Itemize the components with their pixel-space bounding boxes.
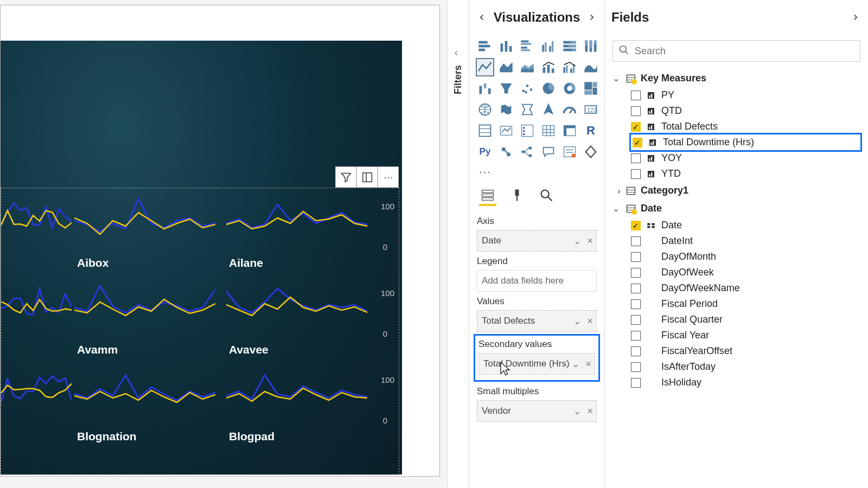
field-yoy[interactable]: YOY <box>605 150 868 166</box>
chevron-down-icon[interactable]: ⌄ <box>573 316 581 327</box>
secondary-values-well[interactable]: Total Downtime (Hrs) ⌄ × <box>478 353 595 375</box>
decomposition-tree-icon[interactable] <box>518 143 537 161</box>
field-dayofmonth[interactable]: DayOfMonth <box>605 249 868 265</box>
visual-filter-icon[interactable] <box>335 166 356 188</box>
gauge-icon[interactable] <box>560 100 579 119</box>
field-isholiday[interactable]: IsHoliday <box>605 375 868 390</box>
qa-visual-icon[interactable] <box>539 143 558 161</box>
fields-search-input[interactable] <box>635 46 854 57</box>
chevron-down-icon[interactable]: ⌄ <box>573 235 581 247</box>
axis-well[interactable]: Date ⌄ × <box>477 230 597 252</box>
stacked-area-icon[interactable] <box>518 58 537 76</box>
fields-pane-collapse-icon[interactable] <box>850 11 861 23</box>
small-multiples-visual[interactable]: Aibox 1000Ailane Avamm 1000Avavee Blogna… <box>1 188 399 475</box>
pie-icon[interactable] <box>539 79 558 98</box>
remove-field-icon[interactable]: × <box>587 235 593 247</box>
viz-pane-collapse-left-icon[interactable] <box>476 11 488 23</box>
field-dayofweek[interactable]: DayOfWeek <box>605 265 868 280</box>
slicer-icon[interactable] <box>518 121 537 140</box>
smart-narrative-icon[interactable] <box>560 143 579 161</box>
chevron-down-icon[interactable]: ⌄ <box>572 358 579 370</box>
checkbox[interactable] <box>631 362 641 372</box>
fields-tab-icon[interactable] <box>479 185 496 205</box>
checkbox[interactable] <box>631 315 641 325</box>
viz-pane-collapse-right-icon[interactable] <box>586 11 598 23</box>
field-total-defects[interactable]: ✓ Total Defects <box>605 119 868 134</box>
chevron-down-icon[interactable]: ⌄ <box>573 406 581 417</box>
ribbon-chart-icon[interactable] <box>582 58 600 76</box>
map-icon[interactable] <box>476 100 494 119</box>
fields-search[interactable] <box>612 40 860 62</box>
field-fiscal-year[interactable]: Fiscal Year <box>605 328 868 343</box>
clustered-bar-icon[interactable] <box>518 37 537 55</box>
visual-gallery-more-icon[interactable]: ··· <box>469 163 604 180</box>
kpi-icon[interactable] <box>497 121 515 140</box>
matrix-icon[interactable] <box>560 121 579 140</box>
remove-field-icon[interactable]: × <box>587 406 593 417</box>
field-fiscal-quarter[interactable]: Fiscal Quarter <box>605 312 868 328</box>
funnel-icon[interactable] <box>497 79 515 98</box>
paginated-report-icon[interactable] <box>582 143 600 161</box>
field-date[interactable]: ✓ Date <box>605 217 868 233</box>
field-dayofweekname[interactable]: DayOfWeekName <box>605 280 868 296</box>
checkbox[interactable] <box>631 299 641 309</box>
treemap-icon[interactable] <box>582 79 600 98</box>
area-chart-icon[interactable] <box>497 58 515 76</box>
analytics-tab-icon[interactable] <box>538 185 555 205</box>
checkbox[interactable]: ✓ <box>631 122 641 132</box>
checkbox[interactable] <box>631 346 641 356</box>
checkbox[interactable] <box>631 91 641 100</box>
report-canvas[interactable]: ⋯ Aibox 1000Ailane Avamm 1000Avavee Blog… <box>0 0 448 488</box>
scatter-icon[interactable] <box>518 79 537 98</box>
line-stacked-column-icon[interactable] <box>539 58 558 76</box>
checkbox[interactable]: ✓ <box>631 221 641 230</box>
group-category1[interactable]: ⌄ Category1 <box>605 182 868 200</box>
group-date[interactable]: ⌄ Date <box>605 200 868 217</box>
checkbox[interactable] <box>631 252 641 262</box>
format-tab-icon[interactable] <box>508 185 526 205</box>
hundred-stacked-bar-icon[interactable] <box>560 37 579 55</box>
filled-map-icon[interactable] <box>497 100 515 119</box>
shape-map-icon[interactable] <box>518 100 537 119</box>
line-chart-icon[interactable] <box>476 58 494 76</box>
checkbox[interactable] <box>631 236 641 246</box>
field-isaftertoday[interactable]: IsAfterToday <box>605 359 868 375</box>
visual-more-icon[interactable]: ⋯ <box>378 166 399 188</box>
python-visual-icon[interactable]: Py <box>476 143 494 161</box>
multi-card-icon[interactable] <box>476 121 494 140</box>
remove-field-icon[interactable]: × <box>585 358 591 370</box>
field-total-downtime-hrs-[interactable]: ✓ Total Downtime (Hrs) <box>629 133 862 152</box>
filters-expand-icon[interactable] <box>454 49 463 60</box>
checkbox[interactable] <box>631 153 641 163</box>
filters-pane-collapsed[interactable]: Filters <box>448 0 469 488</box>
checkbox[interactable] <box>631 169 641 179</box>
azure-map-icon[interactable] <box>539 100 558 119</box>
checkbox[interactable] <box>631 331 641 341</box>
field-dateint[interactable]: DateInt <box>605 233 868 249</box>
donut-icon[interactable] <box>560 79 579 98</box>
key-influencers-icon[interactable] <box>497 143 515 161</box>
visual-focus-icon[interactable] <box>356 166 378 188</box>
field-ytd[interactable]: YTD <box>605 166 868 182</box>
hundred-stacked-column-icon[interactable] <box>582 37 600 55</box>
table-icon[interactable] <box>539 121 558 140</box>
r-visual-icon[interactable]: R <box>582 121 600 140</box>
checkbox[interactable] <box>631 378 641 388</box>
values-well[interactable]: Total Defects ⌄ × <box>477 310 597 332</box>
clustered-column-icon[interactable] <box>539 37 558 55</box>
field-py[interactable]: PY <box>605 87 868 103</box>
field-fiscalyearoffset[interactable]: FiscalYearOffset <box>605 343 868 359</box>
card-icon[interactable]: 123 <box>582 100 600 119</box>
group-key-measures[interactable]: ⌄ Key Measures <box>605 69 868 87</box>
waterfall-icon[interactable] <box>476 79 494 98</box>
field-fiscal-period[interactable]: Fiscal Period <box>605 296 868 312</box>
checkbox[interactable] <box>631 268 641 278</box>
checkbox[interactable]: ✓ <box>633 138 642 147</box>
remove-field-icon[interactable]: × <box>587 316 593 327</box>
checkbox[interactable] <box>631 106 641 116</box>
stacked-bar-icon[interactable] <box>476 37 494 55</box>
legend-well[interactable]: Add data fields here <box>477 270 597 292</box>
field-qtd[interactable]: QTD <box>605 103 868 119</box>
stacked-column-icon[interactable] <box>497 37 515 55</box>
line-clustered-column-icon[interactable] <box>560 58 579 76</box>
